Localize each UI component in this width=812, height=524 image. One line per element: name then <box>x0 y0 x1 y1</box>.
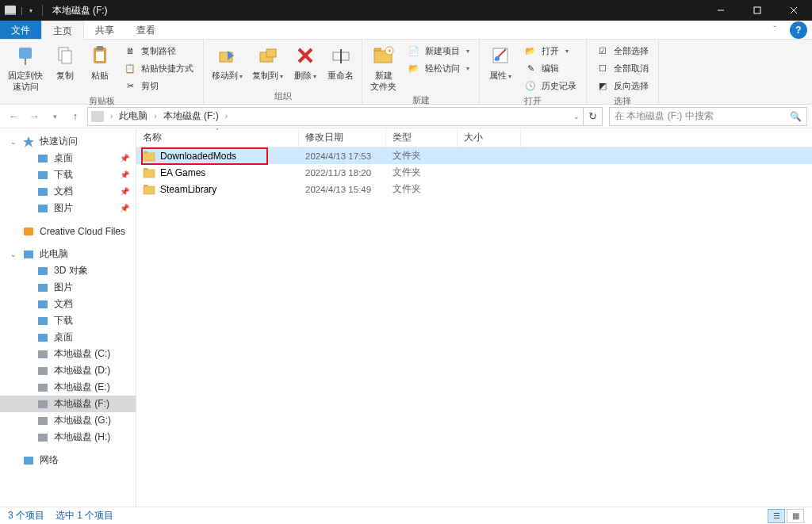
tab-view[interactable]: 查看 <box>125 21 167 39</box>
column-name[interactable]: ˄名称 <box>136 128 299 147</box>
select-none-button[interactable]: ☐全部取消 <box>593 60 652 76</box>
recent-locations-button[interactable]: ▾ <box>46 108 63 125</box>
copyto-icon <box>255 43 281 68</box>
sidebar-pc-item[interactable]: 桌面 <box>0 329 136 346</box>
sidebar-quick-item[interactable]: 桌面📌 <box>0 150 136 166</box>
easy-access-button[interactable]: 📂轻松访问▾ <box>404 60 473 76</box>
delete-icon <box>293 43 318 68</box>
details-view-button[interactable]: ☰ <box>768 509 785 523</box>
address-dropdown-icon[interactable]: ⌄ <box>573 113 580 120</box>
drive-icon <box>5 6 16 15</box>
sidebar-pc-item[interactable]: 本地磁盘 (C:) <box>0 346 136 362</box>
scissors-icon: ✂ <box>124 79 136 92</box>
tab-share[interactable]: 共享 <box>84 21 125 39</box>
copy-path-button[interactable]: 🗎复制路径 <box>121 43 197 59</box>
maximize-button[interactable] <box>739 0 776 21</box>
sidebar-pc-item[interactable]: 本地磁盘 (H:) <box>0 429 136 446</box>
sidebar-pc-item[interactable]: 本地磁盘 (D:) <box>0 362 136 379</box>
qat-separator: | <box>21 6 23 15</box>
invert-selection-button[interactable]: ◩反向选择 <box>593 78 652 94</box>
sidebar-quick-item[interactable]: 下载📌 <box>0 166 136 183</box>
collapse-icon[interactable]: ⌄ <box>10 138 17 146</box>
svg-text:✦: ✦ <box>386 48 392 55</box>
paste-button[interactable]: 粘贴 <box>82 41 117 82</box>
file-type: 文件夹 <box>386 166 458 179</box>
svg-rect-9 <box>96 52 104 61</box>
drive-icon <box>36 365 49 377</box>
minimize-button[interactable] <box>703 0 739 21</box>
column-size[interactable]: 大小 <box>458 128 521 147</box>
new-folder-button[interactable]: ✦ 新建 文件夹 <box>366 41 401 94</box>
rename-button[interactable]: 重命名 <box>323 41 358 82</box>
cube-icon <box>36 265 49 277</box>
cut-button[interactable]: ✂剪切 <box>121 78 197 94</box>
drive-icon <box>36 398 49 411</box>
drive-icon <box>36 381 49 394</box>
folder-new-icon: ✦ <box>371 43 396 68</box>
sidebar-pc-item[interactable]: 3D 对象 <box>0 262 136 279</box>
ribbon-collapse-button[interactable]: ˇ <box>763 21 787 39</box>
sidebar-quick-item[interactable]: 图片📌 <box>0 200 136 216</box>
sidebar-pc-item[interactable]: 图片 <box>0 279 136 296</box>
pin-icon: 📌 <box>120 170 129 179</box>
sidebar-quick-access[interactable]: ⌄快速访问 <box>0 133 136 150</box>
sidebar-pc-item[interactable]: 文档 <box>0 296 136 312</box>
pin-to-quick-access-button[interactable]: 固定到快 速访问 <box>3 41 48 94</box>
picture-icon <box>36 281 49 294</box>
close-button[interactable] <box>776 0 812 21</box>
properties-button[interactable]: 属性▾ <box>483 41 518 82</box>
history-button[interactable]: 🕓历史记录 <box>521 78 580 94</box>
copy-to-button[interactable]: 复制到▾ <box>247 41 288 82</box>
sidebar-quick-item[interactable]: 文档📌 <box>0 183 136 200</box>
paste-icon <box>87 43 113 68</box>
up-button[interactable]: ↑ <box>67 108 84 125</box>
file-row[interactable]: EA Games 2022/11/3 18:20 文件夹 <box>136 164 812 181</box>
chevron-right-icon[interactable]: › <box>151 112 159 120</box>
file-row[interactable]: DownloadedMods 2024/4/13 17:53 文件夹 <box>136 147 812 164</box>
search-input[interactable]: 在 本地磁盘 (F:) 中搜索 🔍 <box>609 107 807 126</box>
refresh-button[interactable]: ↻ <box>584 107 603 126</box>
svg-rect-40 <box>24 457 33 465</box>
sidebar-this-pc[interactable]: ⌄此电脑 <box>0 246 136 262</box>
back-button[interactable]: ← <box>5 108 22 125</box>
selectnone-icon: ☐ <box>596 62 609 75</box>
sidebar-pc-item[interactable]: 本地磁盘 (G:) <box>0 412 136 429</box>
sidebar-creative-cloud[interactable]: Creative Cloud Files <box>0 223 136 239</box>
svg-rect-27 <box>24 228 33 235</box>
chevron-right-icon[interactable]: › <box>222 112 231 120</box>
crumb-pc[interactable]: 此电脑 <box>117 109 149 123</box>
file-row[interactable]: SteamLibrary 2024/4/13 15:49 文件夹 <box>136 181 812 197</box>
paste-shortcut-button[interactable]: 📋粘贴快捷方式 <box>121 60 197 76</box>
sidebar-network[interactable]: 网络 <box>0 452 136 469</box>
collapse-icon[interactable]: ⌄ <box>10 251 17 258</box>
sidebar-pc-item[interactable]: 本地磁盘 (F:) <box>0 396 136 412</box>
tab-file[interactable]: 文件 <box>0 21 41 39</box>
forward-button[interactable]: → <box>25 108 43 125</box>
copy-button[interactable]: 复制 <box>48 41 82 82</box>
open-button[interactable]: 📂打开▾ <box>521 43 580 59</box>
tab-home[interactable]: 主页 <box>41 21 84 40</box>
svg-rect-34 <box>38 350 48 358</box>
open-icon: 📂 <box>524 44 537 57</box>
file-type: 文件夹 <box>386 182 458 196</box>
qat-dropdown-icon[interactable]: ▾ <box>29 7 33 14</box>
edit-button[interactable]: ✎编辑 <box>521 60 580 76</box>
address-bar[interactable]: › 此电脑 › 本地磁盘 (F:) › ⌄ <box>87 107 584 126</box>
delete-button[interactable]: 删除▾ <box>288 41 323 82</box>
chevron-right-icon[interactable]: › <box>107 112 116 120</box>
new-item-button[interactable]: 📄新建项目▾ <box>404 43 473 59</box>
thumbnails-view-button[interactable]: ▦ <box>787 509 804 523</box>
crumb-drive[interactable]: 本地磁盘 (F:) <box>162 109 220 123</box>
sidebar-pc-item[interactable]: 下载 <box>0 312 136 329</box>
move-to-button[interactable]: 移动到▾ <box>207 41 247 82</box>
svg-rect-29 <box>38 267 48 275</box>
select-all-button[interactable]: ☑全部选择 <box>593 43 652 59</box>
document-icon <box>36 186 49 198</box>
column-date[interactable]: 修改日期 <box>299 128 386 147</box>
help-button[interactable]: ? <box>790 21 807 39</box>
file-name: SteamLibrary <box>160 184 216 195</box>
column-type[interactable]: 类型 <box>386 128 458 147</box>
svg-rect-38 <box>38 417 48 425</box>
svg-rect-31 <box>38 300 48 308</box>
sidebar-pc-item[interactable]: 本地磁盘 (E:) <box>0 379 136 396</box>
